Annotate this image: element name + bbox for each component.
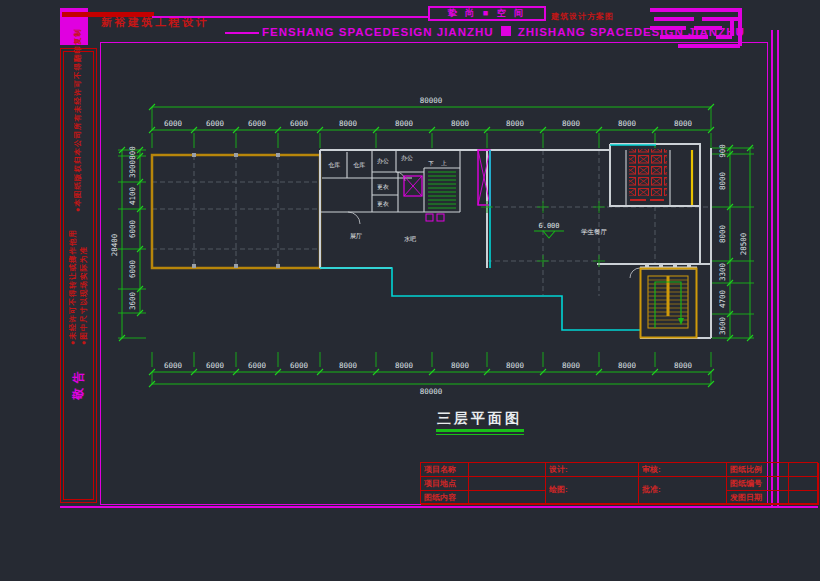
- svg-text:8000: 8000: [562, 361, 581, 370]
- room-changing-1: 更衣: [377, 183, 389, 190]
- tb-scale-label: 图纸比例: [727, 463, 789, 477]
- svg-text:8000: 8000: [451, 361, 470, 370]
- svg-text:8000: 8000: [339, 361, 358, 370]
- tb-date-label: 发图日期: [727, 491, 789, 505]
- svg-text:900: 900: [718, 144, 727, 158]
- drawing-title: 三层平面图: [437, 410, 522, 428]
- svg-text:80000: 80000: [420, 96, 443, 105]
- svg-text:8000: 8000: [562, 119, 581, 128]
- svg-text:3900: 3900: [128, 159, 137, 178]
- tb-review-label: 审核:: [639, 463, 727, 477]
- svg-text:6000: 6000: [248, 119, 267, 128]
- tb-date-value: [789, 491, 819, 505]
- tb-number-value: [789, 477, 819, 491]
- room-dining: 学生餐厅: [581, 228, 608, 235]
- svg-text:8000: 8000: [674, 119, 693, 128]
- svg-text:8000: 8000: [395, 119, 414, 128]
- svg-text:8000: 8000: [674, 361, 693, 370]
- room-office-2: 办公: [401, 155, 413, 161]
- svg-text:800: 800: [128, 146, 137, 160]
- right-staircase: [641, 269, 697, 338]
- tb-content-value: [469, 491, 546, 505]
- title-underline-thin: [436, 434, 524, 435]
- title-underline-thick: [436, 429, 524, 432]
- svg-text:8000: 8000: [451, 119, 470, 128]
- stair-down-label: 下: [428, 160, 434, 166]
- tb-draw-label: 绘图:: [546, 477, 639, 505]
- dimension-labels: 80000 6000 6000 6000 6000 8000 8000 8000…: [110, 96, 748, 396]
- svg-text:3300: 3300: [718, 262, 727, 281]
- tb-project-site-label: 项目地点: [421, 477, 469, 491]
- svg-text:8000: 8000: [339, 119, 358, 128]
- svg-text:6000: 6000: [164, 119, 183, 128]
- stair-up-label: 上: [441, 160, 447, 166]
- cad-canvas[interactable]: 新裕建筑工程设计 挚 尚 ■ 空 间 建筑设计方案图 FENSHANG SPAC…: [0, 0, 820, 581]
- tb-number-label: 图纸编号: [727, 477, 789, 491]
- tb-project-site-value: [469, 477, 546, 491]
- tb-content-label: 图纸内容: [421, 491, 469, 505]
- svg-text:3600: 3600: [718, 316, 727, 335]
- svg-text:6000: 6000: [290, 119, 309, 128]
- svg-text:8000: 8000: [395, 361, 414, 370]
- elevation-marker: 6.000: [534, 222, 564, 238]
- dimension-lines: [118, 104, 754, 387]
- svg-text:8000: 8000: [718, 224, 727, 243]
- tb-project-name-value: [469, 463, 546, 477]
- svg-text:28500: 28500: [739, 232, 748, 255]
- svg-text:6000: 6000: [206, 119, 225, 128]
- elevation-value: 6.000: [538, 222, 559, 230]
- room-office-1: 办公: [377, 158, 389, 164]
- column-markers: [192, 153, 280, 268]
- svg-text:3600: 3600: [128, 291, 137, 310]
- svg-text:28400: 28400: [110, 233, 119, 256]
- tb-design-label: 设计:: [546, 463, 639, 477]
- room-changing-2: 更衣: [377, 200, 389, 207]
- central-stair: [404, 172, 456, 221]
- svg-text:4700: 4700: [718, 289, 727, 308]
- room-bar: 水吧: [404, 236, 416, 242]
- room-storage-1: 仓库: [328, 161, 340, 168]
- title-block: 项目名称 设计: 审核: 图纸比例 项目地点 绘图: 批准: 图纸编号 图纸内容…: [420, 462, 818, 504]
- tb-scale-value: [789, 463, 819, 477]
- svg-text:6000: 6000: [164, 361, 183, 370]
- room-hall: 展厅: [350, 232, 362, 239]
- tb-project-name-label: 项目名称: [421, 463, 469, 477]
- svg-text:6000: 6000: [248, 361, 267, 370]
- svg-text:8000: 8000: [618, 119, 637, 128]
- svg-text:6000: 6000: [128, 259, 137, 278]
- svg-text:6000: 6000: [128, 219, 137, 238]
- svg-text:8000: 8000: [506, 119, 525, 128]
- tb-approve-label: 批准:: [639, 477, 727, 505]
- room-storage-2: 仓库: [353, 161, 365, 168]
- svg-text:80000: 80000: [420, 387, 443, 396]
- svg-text:8000: 8000: [718, 171, 727, 190]
- svg-text:4100: 4100: [128, 186, 137, 205]
- svg-text:6000: 6000: [290, 361, 309, 370]
- escalator-block: [629, 149, 667, 200]
- svg-text:8000: 8000: [618, 361, 637, 370]
- svg-text:6000: 6000: [206, 361, 225, 370]
- svg-text:8000: 8000: [506, 361, 525, 370]
- room-labels: 仓库 仓库 办公 办公 更衣 更衣 展厅 水吧 学生餐厅 下 上: [328, 155, 608, 242]
